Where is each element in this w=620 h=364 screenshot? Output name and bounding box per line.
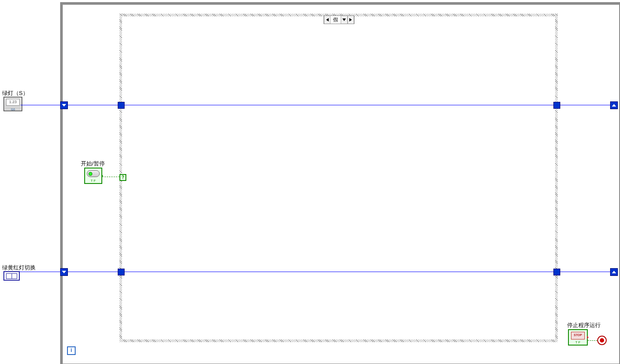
case-structure-border-right	[555, 14, 558, 342]
case-current-label: 假	[330, 16, 341, 24]
green-light-label: 绿灯（S）	[2, 89, 28, 97]
shift-reg-right-bottom[interactable]	[610, 268, 618, 276]
tunnel-case-right-top[interactable]	[553, 102, 560, 109]
case-condition-terminal[interactable]: ?	[119, 174, 126, 181]
green-light-control[interactable]: 1.23 I16	[3, 97, 22, 111]
loop-stop-terminal[interactable]	[597, 336, 607, 345]
tunnel-case-left-bottom[interactable]	[118, 269, 125, 275]
while-loop	[60, 2, 620, 364]
case-structure-border-bottom	[119, 340, 558, 342]
green-light-type: I16	[4, 108, 21, 111]
shift-reg-left-top[interactable]	[60, 101, 68, 109]
loop-index-symbol: i	[70, 347, 72, 353]
case-prev-button[interactable]	[324, 16, 330, 24]
green-light-value: 1.23	[6, 99, 20, 106]
stop-tf: T F	[569, 340, 587, 344]
wire-greenlight	[21, 105, 618, 105]
case-selector[interactable]: 假	[324, 15, 354, 24]
start-pause-tf: T F	[85, 179, 101, 183]
stop-button-icon: STOP	[571, 332, 585, 340]
stop-program-label: 停止程序运行	[567, 321, 601, 329]
shift-reg-left-bottom[interactable]	[60, 268, 68, 276]
loop-index-terminal[interactable]: i	[67, 346, 76, 355]
switch-lights-control[interactable]	[3, 271, 20, 281]
case-dropdown-button[interactable]	[341, 16, 347, 24]
shift-reg-right-top[interactable]	[610, 101, 618, 109]
switch-lights-label: 绿黄红灯切换	[2, 264, 36, 272]
wire-start-pause	[102, 177, 119, 177]
tunnel-case-right-bottom[interactable]	[553, 269, 560, 275]
case-next-button[interactable]	[348, 16, 354, 24]
start-pause-control[interactable]: T F	[84, 168, 102, 184]
stop-out-icon	[587, 336, 589, 339]
wire-stop	[588, 340, 597, 341]
tunnel-case-left-top[interactable]	[118, 102, 125, 109]
wire-switch	[19, 272, 618, 272]
stop-program-control[interactable]: STOP T F	[568, 329, 588, 346]
start-pause-label: 开始/暂停	[81, 160, 105, 168]
stop-circle-icon	[600, 338, 604, 343]
